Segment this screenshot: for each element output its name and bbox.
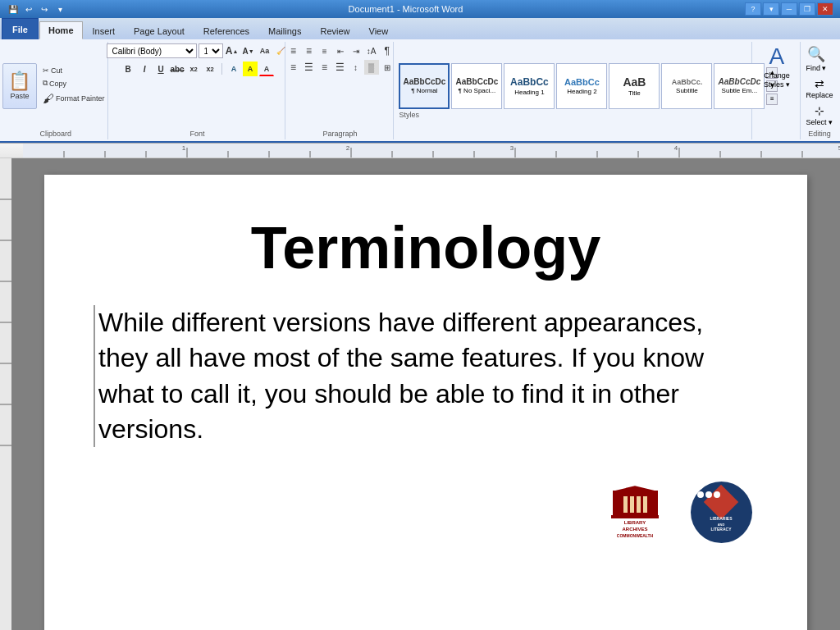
list-buttons-row: ≡ ≡ ≡ ⇤ ⇥ ↕A ¶ [286, 43, 395, 58]
document[interactable]: Terminology While different versions hav… [44, 175, 807, 630]
style-no-spacing[interactable]: AaBbCcDc ¶ No Spaci... [451, 63, 502, 109]
svg-text:4: 4 [674, 144, 678, 152]
pillar [637, 496, 641, 513]
superscript-button[interactable]: x2 [203, 62, 217, 76]
titlebar: 💾 ↩ ↪ ▾ Document1 - Microsoft Word ? ▾ ─… [0, 0, 840, 18]
line-spacing-button[interactable]: ↕ [349, 60, 363, 75]
tab-insert[interactable]: Insert [84, 21, 125, 39]
pillars [623, 496, 647, 513]
paragraph-label: Paragraph [323, 128, 358, 138]
grow-font-button[interactable]: A▲ [225, 43, 240, 58]
tab-view[interactable]: View [360, 21, 398, 39]
font-color-button[interactable]: A [259, 62, 274, 76]
clipboard-small-btns: ✂ Cut ⧉ Copy 🖌 Format Painter [39, 65, 109, 107]
bold-button[interactable]: B [121, 62, 135, 76]
help-btn[interactable]: ? [745, 2, 761, 16]
multilevel-button[interactable]: ≡ [317, 43, 332, 58]
minimize-btn[interactable]: ─ [781, 2, 797, 16]
tab-file[interactable]: File [2, 18, 39, 39]
font-format-buttons: B I U abc x2 x2 A A A [121, 62, 274, 76]
replace-icon: ⇄ [815, 77, 824, 90]
scissors-icon: ✂ [43, 66, 49, 75]
highlight-button[interactable]: A [243, 62, 258, 76]
svg-text:1: 1 [182, 144, 186, 152]
sort-button[interactable]: ↕A [364, 43, 379, 58]
copy-button[interactable]: ⧉ Copy [39, 77, 109, 89]
find-icon: 🔍 [807, 45, 825, 63]
change-styles-button[interactable]: A ChangeStyles ▾ [756, 43, 798, 89]
save-quick-btn[interactable]: 💾 [7, 2, 20, 16]
select-button[interactable]: ⊹ Select ▾ [804, 103, 834, 128]
format-painter-button[interactable]: 🖌 Format Painter [39, 90, 109, 107]
font-size-select[interactable]: 11 [199, 43, 223, 58]
show-marks-button[interactable]: ¶ [380, 43, 395, 58]
person-head [705, 491, 712, 498]
text-effects-button[interactable]: A [226, 62, 241, 76]
vertical-ruler [0, 158, 11, 630]
customize-quick-btn[interactable]: ▾ [53, 2, 66, 16]
document-body[interactable]: While different versions have different … [94, 305, 758, 447]
italic-button[interactable]: I [137, 62, 152, 76]
ribbon-content: 📋 Paste ✂ Cut ⧉ Copy 🖌 Format Painter [0, 39, 840, 143]
style-normal[interactable]: AaBbCcDc ¶ Normal [399, 63, 450, 109]
style-subtitle[interactable]: AaBbCc. Subtitle [661, 63, 712, 109]
editing-group: 🔍 Find ▾ ⇄ Replace ⊹ Select ▾ Editing [802, 42, 837, 139]
shrink-font-button[interactable]: A▼ [241, 43, 256, 58]
library-archives-logo: LIBRARYARCHIVESCOMMONWEALTH [602, 480, 668, 546]
redo-quick-btn[interactable]: ↪ [38, 2, 51, 16]
ruler-svg: 1 2 3 4 5 [23, 144, 840, 158]
clipboard-group-content: 📋 Paste ✂ Cut ⧉ Copy 🖌 Format Painter [2, 43, 109, 128]
document-scroll-area[interactable]: Terminology While different versions hav… [11, 158, 840, 630]
styles-gallery: AaBbCcDc ¶ Normal AaBbCcDc ¶ No Spaci...… [399, 63, 778, 109]
increase-indent-button[interactable]: ⇥ [349, 43, 363, 58]
paragraph-group: ≡ ≡ ≡ ⇤ ⇥ ↕A ¶ ≡ ☰ ≡ ☰ ↕ ▒ ⊞ P [287, 42, 395, 139]
paragraph-group-content: ≡ ≡ ≡ ⇤ ⇥ ↕A ¶ ≡ ☰ ≡ ☰ ↕ ▒ ⊞ [286, 43, 395, 128]
tab-references[interactable]: References [194, 21, 258, 39]
svg-text:3: 3 [510, 144, 514, 152]
decrease-indent-button[interactable]: ⇤ [333, 43, 348, 58]
tab-home[interactable]: Home [39, 21, 83, 39]
numbering-button[interactable]: ≡ [302, 43, 317, 58]
ribbon-toggle-btn[interactable]: ▾ [763, 2, 779, 16]
font-group-content: Calibri (Body) 11 A▲ A▼ Aa 🧹 B I U abc x… [107, 43, 289, 128]
change-styles-icon: A [769, 43, 785, 70]
close-btn[interactable]: ✕ [817, 2, 833, 16]
strikethrough-button[interactable]: abc [170, 62, 185, 76]
tab-page-layout[interactable]: Page Layout [125, 21, 194, 39]
tab-mailings[interactable]: Mailings [259, 21, 310, 39]
bullets-button[interactable]: ≡ [286, 43, 301, 58]
clipboard-label: Clipboard [39, 128, 71, 138]
borders-button[interactable]: ⊞ [380, 60, 395, 75]
alignment-row: ≡ ☰ ≡ ☰ ↕ ▒ ⊞ [286, 60, 395, 75]
editing-label: Editing [808, 128, 831, 138]
align-left-button[interactable]: ≡ [286, 60, 301, 75]
underline-button[interactable]: U [153, 62, 168, 76]
font-family-select[interactable]: Calibri (Body) [107, 43, 197, 58]
body-text: While different versions have different … [98, 308, 704, 444]
lib-logo-text: LIBRARYARCHIVESCOMMONWEALTH [617, 520, 653, 539]
style-title[interactable]: AaB Title [609, 63, 660, 109]
align-right-button[interactable]: ≡ [317, 60, 332, 75]
justify-button[interactable]: ☰ [333, 60, 348, 75]
change-case-button[interactable]: Aa [258, 43, 272, 58]
libraries-literacy-logo: LIBRARIESANDLITERACY [684, 480, 758, 546]
logos-area: LIBRARYARCHIVESCOMMONWEALTH LIBRARIESAND… [94, 480, 758, 546]
style-heading2[interactable]: AaBbCc Heading 2 [556, 63, 607, 109]
tab-review[interactable]: Review [311, 21, 358, 39]
restore-btn[interactable]: ❐ [799, 2, 815, 16]
paste-button[interactable]: 📋 Paste [2, 63, 37, 109]
replace-button[interactable]: ⇄ Replace [804, 75, 834, 101]
shading-button[interactable]: ▒ [364, 60, 379, 75]
align-center-button[interactable]: ☰ [302, 60, 317, 75]
pillar [623, 496, 628, 513]
find-button[interactable]: 🔍 Find ▾ [804, 43, 828, 74]
style-heading1[interactable]: AaBbCc Heading 1 [504, 63, 555, 109]
undo-quick-btn[interactable]: ↩ [22, 2, 35, 16]
people-icons [697, 491, 720, 498]
subscript-button[interactable]: x2 [186, 62, 201, 76]
ruler-bar: 1 2 3 4 5 [23, 144, 840, 158]
person-head [697, 491, 704, 498]
window-title: Document1 - Microsoft Word [66, 4, 745, 14]
cut-button[interactable]: ✂ Cut [39, 65, 109, 76]
horizontal-ruler: 1 2 3 4 5 [0, 144, 840, 158]
